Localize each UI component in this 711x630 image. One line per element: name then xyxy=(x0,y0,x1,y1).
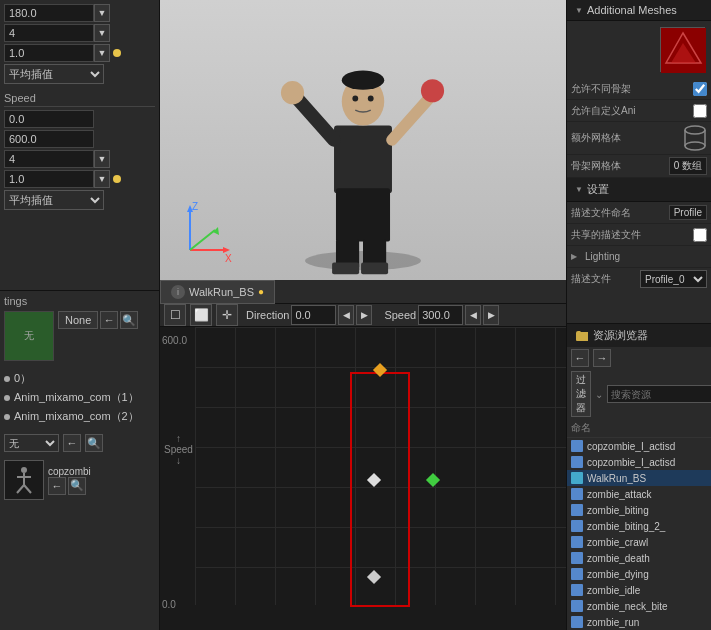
svg-point-18 xyxy=(352,96,358,102)
desc-file-row: 描述文件命名 Profile xyxy=(567,202,711,224)
no-dropdown[interactable]: 无 xyxy=(4,434,59,452)
asset-name-attack: zombie_attack xyxy=(587,489,651,500)
asset-list: copzombie_I_actisd copzombie_I_actisd Wa… xyxy=(567,438,711,630)
swatch-label: 无 xyxy=(24,329,34,343)
speed-input-0[interactable] xyxy=(4,110,94,128)
asset-name-2: copzombie_I_actisd xyxy=(587,457,675,468)
speed-arrow-right[interactable]: ▶ xyxy=(483,305,499,325)
search-btn-2[interactable]: 🔍 xyxy=(85,434,103,452)
asset-name-run: zombie_run xyxy=(587,617,639,628)
input-1-0[interactable] xyxy=(4,44,94,62)
collapse-triangle[interactable]: ▼ xyxy=(575,6,583,15)
asset-item-run[interactable]: zombie_run xyxy=(567,614,711,630)
speed-toolbar-label: Speed xyxy=(384,309,416,321)
asset-item-walkrun[interactable]: WalkRun_BS xyxy=(567,470,711,486)
skel-arrow-left[interactable]: ← xyxy=(48,477,66,495)
green-swatch[interactable]: 无 xyxy=(4,311,54,361)
shared-desc-row: 共享的描述文件 xyxy=(567,224,711,246)
speed-section-label: Speed xyxy=(4,90,155,107)
search-btn[interactable]: 🔍 xyxy=(120,311,138,329)
interpolate-dropdown-2[interactable]: 平均插值 xyxy=(4,190,104,210)
asset-back-btn[interactable]: ← xyxy=(571,349,589,367)
list-label-0: 0） xyxy=(14,371,31,386)
toolbar-btn-3[interactable]: ✛ xyxy=(216,304,238,326)
selection-box xyxy=(350,372,410,607)
asset-name-crawl: zombie_crawl xyxy=(587,537,648,548)
asset-browser-header: 资源浏览器 xyxy=(567,324,711,347)
lighting-label: Lighting xyxy=(585,251,707,262)
blend-tab[interactable]: i WalkRun_BS ● xyxy=(160,280,275,304)
speed-value-input[interactable] xyxy=(418,305,463,325)
shared-desc-label: 共享的描述文件 xyxy=(571,228,689,242)
folder-icon xyxy=(575,330,589,342)
desc-file-bottom-dropdown[interactable]: Profile_0 xyxy=(640,270,707,288)
direction-value-input[interactable] xyxy=(291,305,336,325)
svg-line-26 xyxy=(190,230,215,250)
blend-toolbar: ☐ ⬜ ✛ Direction ◀ ▶ Speed ◀ ▶ xyxy=(160,304,566,327)
right-panel: ▼ Additional Meshes 允许不同骨架 允许自定义Ani 额外网格… xyxy=(566,0,711,630)
speed-input-1[interactable] xyxy=(4,170,94,188)
input-180[interactable] xyxy=(4,4,94,22)
input-4[interactable] xyxy=(4,24,94,42)
skeleton-mesh-row: 骨架网格体 0 数组 xyxy=(567,155,711,178)
list-item-2: Anim_mixamo_com（2） xyxy=(4,407,155,426)
tab-close-dot[interactable]: ● xyxy=(258,286,264,297)
asset-item-copzombie2[interactable]: copzombie_I_actisd xyxy=(567,454,711,470)
spin-btn-2[interactable]: ▼ xyxy=(94,24,110,42)
speed-group: Speed ◀ ▶ xyxy=(376,305,499,325)
y-max-label: 600.0 xyxy=(162,335,187,346)
none-button[interactable]: None xyxy=(58,311,98,329)
spin-btn-3[interactable]: ▼ xyxy=(94,44,110,62)
settings-label: 设置 xyxy=(587,182,609,197)
asset-item-crawl[interactable]: zombie_crawl xyxy=(567,534,711,550)
arrow-left-btn[interactable]: ← xyxy=(100,311,118,329)
asset-item-biting[interactable]: zombie_biting xyxy=(567,502,711,518)
spin-btn-5[interactable]: ▼ xyxy=(94,170,110,188)
speed-input-4[interactable] xyxy=(4,150,94,168)
asset-browser-label: 资源浏览器 xyxy=(593,328,648,343)
speed-input-row-3: ▼ xyxy=(4,150,155,168)
settings-collapse[interactable]: ▼ xyxy=(575,185,583,194)
dir-arrow-right[interactable]: ▶ xyxy=(356,305,372,325)
toolbar-btn-1[interactable]: ☐ xyxy=(164,304,186,326)
asset-forward-btn[interactable]: → xyxy=(593,349,611,367)
toolbar-btn-2[interactable]: ⬜ xyxy=(190,304,212,326)
filter-button[interactable]: 过滤器 xyxy=(571,371,591,417)
asset-item-biting2[interactable]: zombie_biting_2_ xyxy=(567,518,711,534)
allow-diff-skeleton-checkbox[interactable] xyxy=(693,82,707,96)
allow-custom-anim-checkbox[interactable] xyxy=(693,104,707,118)
asset-item-attack[interactable]: zombie_attack xyxy=(567,486,711,502)
asset-item-death[interactable]: zombie_death xyxy=(567,550,711,566)
asset-icon-death xyxy=(571,552,583,564)
spin-btn-4[interactable]: ▼ xyxy=(94,150,110,168)
speed-vertical-group: ↑ Speed ↓ xyxy=(164,433,193,466)
speed-input-600[interactable] xyxy=(4,130,94,148)
allow-custom-anim-label: 允许自定义Ani xyxy=(571,104,689,118)
allow-diff-skeleton-row: 允许不同骨架 xyxy=(567,78,711,100)
asset-icon-biting2 xyxy=(571,520,583,532)
asset-name-dying: zombie_dying xyxy=(587,569,649,580)
lighting-expand[interactable]: ▶ xyxy=(571,252,577,261)
svg-point-31 xyxy=(685,126,705,134)
dir-arrow-left[interactable]: ◀ xyxy=(338,305,354,325)
asset-item-idle[interactable]: zombie_idle xyxy=(567,582,711,598)
extra-mesh-row: 额外网格体 xyxy=(567,122,711,155)
asset-item-dying[interactable]: zombie_dying xyxy=(567,566,711,582)
speed-input-row-1 xyxy=(4,110,155,128)
skeleton-thumbnail[interactable] xyxy=(4,460,44,500)
arrow-left-2[interactable]: ← xyxy=(63,434,81,452)
allow-diff-skeleton-label: 允许不同骨架 xyxy=(571,82,689,96)
speed-arrow-left[interactable]: ◀ xyxy=(465,305,481,325)
asset-item-neckbite[interactable]: zombie_neck_bite xyxy=(567,598,711,614)
spin-btn-1[interactable]: ▼ xyxy=(94,4,110,22)
asset-name-biting2: zombie_biting_2_ xyxy=(587,521,665,532)
expand-icon: ⌄ xyxy=(595,389,603,400)
svg-point-11 xyxy=(421,79,444,102)
shared-desc-checkbox[interactable] xyxy=(693,228,707,242)
skel-search[interactable]: 🔍 xyxy=(68,477,86,495)
direction-group: Direction ◀ ▶ xyxy=(242,305,372,325)
asset-item-copzombie1[interactable]: copzombie_I_actisd xyxy=(567,438,711,454)
search-input[interactable] xyxy=(607,385,711,403)
interpolate-dropdown-1[interactable]: 平均插值 xyxy=(4,64,104,84)
asset-name-walkrun: WalkRun_BS xyxy=(587,473,646,484)
